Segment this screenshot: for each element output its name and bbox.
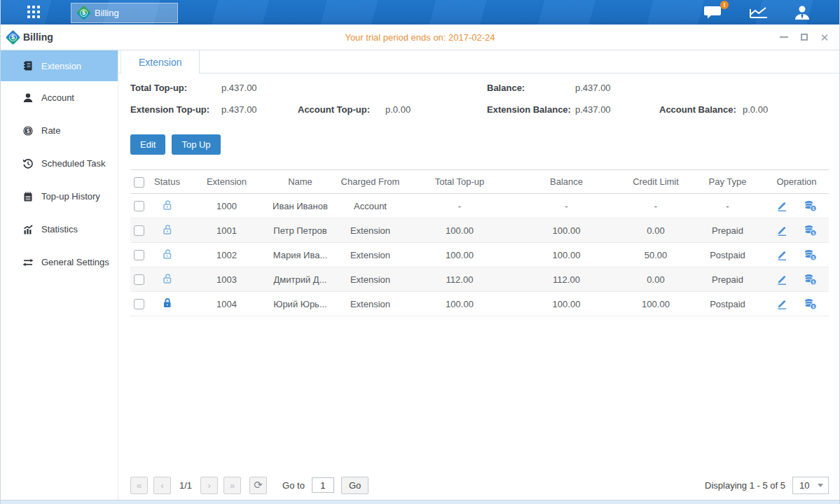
refresh-icon[interactable]: ⟳	[249, 477, 267, 494]
window-title: Billing	[23, 31, 53, 43]
first-page-button[interactable]: «	[130, 477, 148, 494]
edit-row-icon[interactable]	[776, 200, 788, 212]
window-bottom-edge	[1, 500, 839, 504]
balance-summary: Total Top-up: p.437.00 Balance: p.437.00…	[118, 74, 839, 126]
lock-icon	[161, 297, 174, 309]
cell-balance: 112.00	[512, 267, 621, 292]
user-account-icon[interactable]	[793, 4, 811, 21]
content-tabbar: Extension	[118, 50, 839, 74]
row-checkbox[interactable]	[134, 225, 144, 236]
cell-name: Дмитрий Д...	[267, 267, 333, 292]
cell-balance: 100.00	[512, 292, 621, 316]
top-up-button[interactable]: Top Up	[172, 134, 220, 155]
top-up-row-icon[interactable]: $	[804, 200, 817, 212]
row-checkbox[interactable]	[134, 274, 144, 285]
top-up-row-icon[interactable]: $	[804, 225, 817, 237]
table-row: 1001 Петр Петров Extension 100.00 100.00…	[130, 218, 829, 243]
sidebar-item-general-settings[interactable]: General Settings	[1, 246, 118, 279]
col-operation: Operation	[764, 170, 829, 194]
select-all-checkbox[interactable]	[134, 177, 144, 188]
trial-notice: Your trial period ends on: 2017-02-24	[1, 32, 839, 43]
cell-total-topup: 100.00	[407, 292, 512, 316]
edit-row-icon[interactable]	[776, 249, 788, 261]
balance-label: Balance:	[487, 83, 525, 93]
cell-extension: 1003	[186, 267, 267, 292]
col-credit-limit: Credit Limit	[621, 170, 691, 194]
sidebar-item-scheduled-task[interactable]: Scheduled Task	[1, 147, 118, 180]
sidebar: Extension Account $ Rate Scheduled Task …	[1, 50, 118, 500]
cell-pay-type: -	[691, 194, 764, 218]
sidebar-item-rate[interactable]: $ Rate	[1, 114, 118, 147]
row-checkbox[interactable]	[134, 299, 144, 309]
cell-total-topup: 100.00	[407, 218, 512, 243]
close-button[interactable]: ✕	[820, 32, 829, 42]
cell-pay-type: Prepaid	[691, 267, 764, 292]
table-row: 1000 Иван Иванов Account - - - - $	[130, 194, 829, 218]
taskbar-tab-billing[interactable]: $ Billing	[71, 3, 178, 23]
edit-button[interactable]: Edit	[130, 134, 165, 155]
sidebar-item-extension[interactable]: Extension	[1, 50, 118, 81]
cell-charged-from: Extension	[333, 243, 407, 267]
topbar-actions: !	[703, 0, 811, 24]
extension-icon	[22, 60, 34, 71]
unlock-icon	[161, 272, 174, 285]
account-balance-value: p.0.00	[743, 104, 768, 115]
edit-row-icon[interactable]	[776, 225, 788, 237]
table-row: 1003 Дмитрий Д... Extension 112.00 112.0…	[130, 267, 829, 292]
sidebar-item-label: Statistics	[41, 224, 78, 234]
rate-icon: $	[22, 125, 34, 136]
cell-name: Юрий Юрь...	[267, 292, 333, 316]
displaying-text: Displaying 1 - 5 of 5	[705, 480, 785, 491]
top-up-row-icon[interactable]: $	[804, 274, 817, 286]
tab-extension[interactable]: Extension	[121, 50, 200, 74]
next-page-button[interactable]: ›	[200, 477, 218, 494]
maximize-button[interactable]	[799, 32, 809, 42]
top-up-row-icon[interactable]: $	[804, 298, 817, 310]
unlock-icon	[161, 248, 174, 260]
minimize-button[interactable]	[779, 32, 789, 42]
balance-value: p.437.00	[575, 83, 611, 93]
edit-row-icon[interactable]	[776, 274, 788, 286]
col-charged-from: Charged From	[333, 170, 407, 194]
total-topup-value: p.437.00	[221, 83, 257, 93]
account-balance-label: Account Balance:	[659, 104, 736, 115]
last-page-button[interactable]: »	[223, 477, 241, 494]
col-total-topup: Total Top-up	[407, 170, 512, 194]
svg-text:$: $	[27, 127, 30, 134]
sidebar-item-label: Rate	[41, 125, 60, 136]
topup-history-icon	[22, 191, 34, 202]
app-launcher-icon[interactable]	[27, 6, 41, 20]
toolbar: Edit Top Up	[130, 134, 839, 155]
cell-name: Мария Ива...	[267, 243, 333, 267]
top-up-row-icon[interactable]: $	[804, 249, 817, 261]
col-balance: Balance	[512, 170, 621, 194]
sidebar-item-statistics[interactable]: Statistics	[1, 213, 118, 246]
cell-credit-limit: 0.00	[621, 267, 691, 292]
window-titlebar: $ Billing Your trial period ends on: 201…	[1, 24, 839, 50]
statistics-icon	[22, 224, 34, 235]
unlock-icon	[161, 223, 174, 236]
prev-page-button[interactable]: ‹	[153, 477, 171, 494]
row-checkbox[interactable]	[134, 201, 144, 211]
cell-name: Петр Петров	[267, 218, 333, 243]
page-size-value: 10	[799, 480, 809, 491]
goto-page-input[interactable]	[312, 477, 334, 493]
go-button[interactable]: Go	[341, 477, 369, 494]
cell-total-topup: -	[407, 194, 512, 218]
notifications-icon[interactable]: !	[703, 4, 724, 21]
reports-chart-icon[interactable]	[748, 4, 769, 21]
page-size-select[interactable]: 10	[792, 477, 829, 494]
pagination-bar: « ‹ 1/1 › » ⟳ Go to Go Displaying 1 - 5 …	[118, 470, 839, 500]
cell-extension: 1000	[186, 194, 267, 218]
billing-window-icon: $	[6, 29, 20, 44]
sidebar-item-label: Scheduled Task	[41, 158, 106, 169]
col-name: Name	[267, 170, 333, 194]
edit-row-icon[interactable]	[776, 298, 788, 310]
sidebar-item-label: Extension	[41, 61, 81, 71]
row-checkbox[interactable]	[134, 250, 144, 260]
main-content: Extension Total Top-up: p.437.00 Balance…	[118, 50, 839, 500]
cell-extension: 1002	[186, 243, 267, 267]
col-extension: Extension	[186, 170, 267, 194]
sidebar-item-account[interactable]: Account	[1, 81, 118, 114]
sidebar-item-topup-history[interactable]: Top-up History	[1, 180, 118, 213]
